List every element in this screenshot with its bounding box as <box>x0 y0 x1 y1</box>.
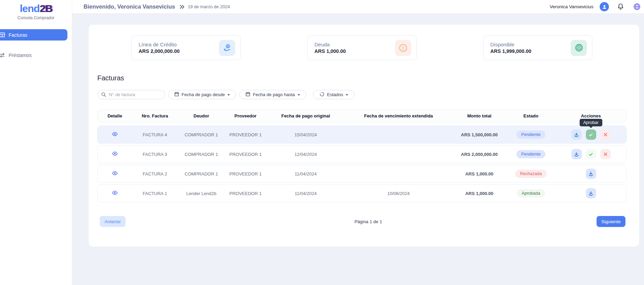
filter-label: Fecha de pago hasta <box>253 92 295 97</box>
calendar-icon <box>174 92 179 98</box>
stat-label: Línea de Crédito <box>139 42 219 47</box>
cell-proveedor: PROVEEDOR 1 <box>225 152 266 157</box>
approve-button[interactable] <box>586 149 596 159</box>
transfer-arrows-icon <box>0 52 5 58</box>
avatar[interactable] <box>600 2 609 11</box>
cell-monto: ARS 2,000,000.00 <box>452 152 507 157</box>
user-name: Veronica Vansevicius <box>550 4 593 9</box>
globe-language-icon[interactable] <box>633 3 641 10</box>
cell-monto: ARS 1,000.00 <box>452 191 507 196</box>
status-badge: Pendiente <box>516 130 545 139</box>
column-header: Deudor <box>178 113 225 118</box>
view-detail-button[interactable] <box>112 171 118 175</box>
sidebar-item-facturas[interactable]: Facturas <box>0 29 67 41</box>
view-detail-button[interactable] <box>112 191 118 195</box>
stat-card-linea-credito: Línea de Crédito ARS 2,000,000.00 $ <box>131 35 241 60</box>
reject-button[interactable] <box>600 129 611 140</box>
download-button[interactable] <box>586 188 596 198</box>
stat-card-disponible: Disponible ARS 1,999,000.00 $ <box>483 35 592 60</box>
status-badge: Pendiente <box>516 150 545 158</box>
invoice-search <box>97 90 165 99</box>
cell-proveedor: PROVEEDOR 1 <box>225 171 266 176</box>
filter-date-from[interactable]: Fecha de pago desde <box>168 90 236 99</box>
chevron-down-icon <box>297 94 300 96</box>
coins-icon: $ <box>571 40 587 56</box>
previous-page-button[interactable]: Anterior <box>100 216 125 227</box>
next-page-button[interactable]: Siguiente <box>597 216 625 227</box>
notifications-bell-icon[interactable] <box>617 3 624 10</box>
cell-fecha-pago: 15/04/2024 <box>266 132 345 137</box>
stat-value: ARS 2,000,000.00 <box>139 48 219 54</box>
cell-factura: FACTURA 3 <box>132 152 178 157</box>
svg-text:$: $ <box>578 46 580 49</box>
download-button[interactable] <box>571 149 582 159</box>
brand-logo: lend2B Consola Comprador <box>0 0 72 20</box>
cell-deudor: Lender Lend2b <box>178 191 225 196</box>
cell-fecha-pago: 11/04/2024 <box>266 171 345 176</box>
reject-button[interactable] <box>600 149 611 159</box>
cell-fecha-pago: 11/04/2024 <box>266 191 345 196</box>
download-button[interactable] <box>571 129 582 140</box>
cell-fecha-vencimiento: 10/06/2024 <box>345 191 452 196</box>
alert-octagon-icon <box>395 40 411 56</box>
welcome-title: Bienvenido, Veronica Vansevicius <box>84 3 175 10</box>
svg-text:$: $ <box>227 45 229 48</box>
approve-button[interactable]: Aprobar <box>586 129 596 140</box>
sidebar-item-label: Préstamos <box>9 53 32 58</box>
filter-label: Fecha de pago desde <box>182 92 225 97</box>
page-info: Página 1 de 1 <box>354 219 382 224</box>
brand-name: lend2B <box>0 3 72 14</box>
column-header: Fecha de vencimiento extendida <box>345 113 452 118</box>
header-date: 19 de marzo de 2024 <box>188 4 230 9</box>
cell-deudor: COMPRADOR 1 <box>178 132 225 137</box>
brand-subtitle: Consola Comprador <box>0 15 72 20</box>
table-row: FACTURA 4 COMPRADOR 1 PROVEEDOR 1 15/04/… <box>97 126 626 144</box>
stat-value: ARS 1,999,000.00 <box>490 48 571 54</box>
double-chevron-icon <box>179 4 185 9</box>
stat-label: Disponible <box>490 42 571 47</box>
chevron-down-icon <box>227 94 230 96</box>
approve-tooltip: Aprobar <box>579 119 602 126</box>
column-header: Monto total <box>452 113 507 118</box>
brand-name-lead: lend <box>20 3 40 14</box>
filter-date-to[interactable]: Fecha de pago hasta <box>239 90 306 99</box>
stat-card-deuda: Deuda ARS 1,000.00 <box>307 35 417 60</box>
cell-deudor: COMPRADOR 1 <box>178 171 225 176</box>
column-header: Detalle <box>98 113 132 118</box>
column-header: Estado <box>507 113 555 118</box>
search-input[interactable] <box>97 90 165 99</box>
column-header: Proveedor <box>225 113 266 118</box>
filter-estados[interactable]: Estados <box>313 90 355 99</box>
sidebar: lend2B Consola Comprador Facturas Présta… <box>0 0 72 285</box>
brand-name-tail: 2B <box>40 3 52 14</box>
topbar-right: Veronica Vansevicius <box>550 2 644 11</box>
status-badge: Aprobada <box>517 189 545 197</box>
search-icon <box>101 92 106 99</box>
cell-factura: FACTURA 2 <box>132 171 178 176</box>
pagination: Anterior Página 1 de 1 Siguiente <box>89 216 639 227</box>
view-detail-button[interactable] <box>112 132 118 136</box>
invoice-table-icon <box>0 32 5 38</box>
status-badge: Rechazada <box>515 170 546 178</box>
main-panel: Línea de Crédito ARS 2,000,000.00 $ Deud… <box>89 25 639 247</box>
chevron-down-icon <box>346 94 348 96</box>
cell-proveedor: PROVEEDOR 1 <box>225 132 266 137</box>
sidebar-item-prestamos[interactable]: Préstamos <box>0 49 67 61</box>
column-header: Fecha de pago original <box>266 113 345 118</box>
cell-factura: FACTURA 4 <box>132 132 178 137</box>
facturas-table: Detalle Nro. Factura Deudor Proveedor Fe… <box>97 110 626 202</box>
sidebar-item-label: Facturas <box>9 32 27 38</box>
view-detail-button[interactable] <box>112 151 118 156</box>
table-header: Detalle Nro. Factura Deudor Proveedor Fe… <box>97 110 626 122</box>
cell-fecha-pago: 12/04/2024 <box>266 152 345 157</box>
filter-label: Estados <box>327 92 343 97</box>
column-header: Acciones <box>555 113 627 118</box>
cell-proveedor: PROVEEDOR 1 <box>225 191 266 196</box>
topbar: Bienvenido, Veronica Vansevicius 19 de m… <box>72 0 644 14</box>
column-header: Nro. Factura <box>132 113 178 118</box>
cell-monto: ARS 1,500,000.00 <box>452 132 507 137</box>
cell-monto: ARS 1,000.00 <box>452 171 507 176</box>
stat-label: Deuda <box>315 42 395 47</box>
download-button[interactable] <box>586 169 596 179</box>
stats-row: Línea de Crédito ARS 2,000,000.00 $ Deud… <box>89 25 639 60</box>
